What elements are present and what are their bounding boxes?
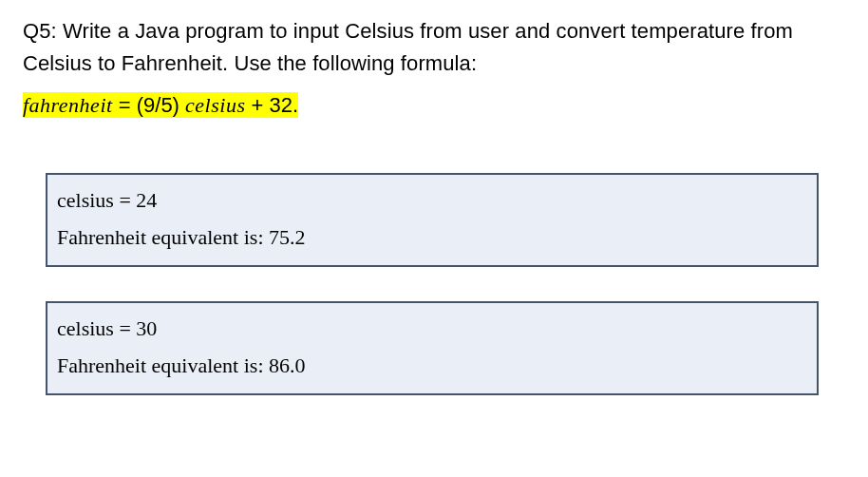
output-box: celsius = 30 Fahrenheit equivalent is: 8… (46, 301, 819, 395)
question-text: Q5: Write a Java program to input Celsiu… (23, 15, 845, 80)
formula-coeff: (9/5) (137, 93, 185, 117)
output-line: celsius = 24 (57, 182, 807, 219)
formula-line: fahrenheit = (9/5) celsius + 32. (23, 93, 845, 118)
output-box: celsius = 24 Fahrenheit equivalent is: 7… (46, 173, 819, 267)
formula-lhs-var: fahrenheit (23, 93, 113, 117)
question-body: Write a Java program to input Celsius fr… (23, 19, 793, 75)
formula-highlight: fahrenheit = (9/5) celsius + 32. (23, 92, 298, 118)
output-line: Fahrenheit equivalent is: 86.0 (57, 348, 807, 385)
formula-eq: = (113, 93, 137, 117)
formula-tail: + 32. (245, 93, 298, 117)
formula-rhs-var: celsius (185, 93, 245, 117)
output-line: Fahrenheit equivalent is: 75.2 (57, 219, 807, 257)
output-line: celsius = 30 (57, 311, 807, 348)
question-prefix: Q5: (23, 19, 63, 43)
